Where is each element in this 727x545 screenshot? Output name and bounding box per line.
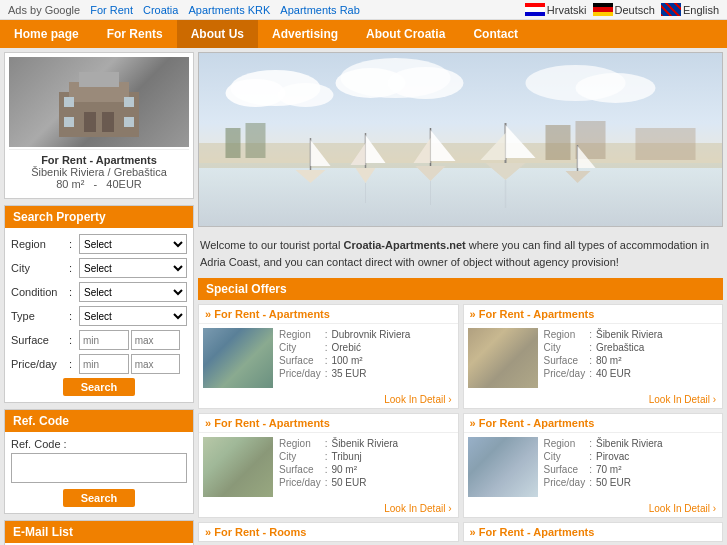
offer-1-surface: Surface : 100 m² <box>277 354 412 367</box>
offer-1-price: Price/day : 35 EUR <box>277 367 412 380</box>
offer-3-link[interactable]: Look In Detail <box>199 501 458 517</box>
offer-2-type: For Rent - Apartments <box>464 305 723 324</box>
svg-rect-6 <box>124 97 134 107</box>
svg-rect-21 <box>246 123 266 158</box>
ads-link-croatia[interactable]: Croatia <box>143 4 178 16</box>
offer-1-region: Region : Dubrovnik Riviera <box>277 328 412 341</box>
svg-point-12 <box>226 79 286 107</box>
search-city-row: City : Select <box>11 258 187 278</box>
nav-advertising[interactable]: Advertising <box>258 20 352 48</box>
search-type-row: Type : Select <box>11 306 187 326</box>
ref-code-box: Ref. Code Ref. Code : Search <box>4 409 194 514</box>
lang-hr-label: Hrvatski <box>547 4 587 16</box>
lang-de[interactable]: Deutsch <box>593 3 655 16</box>
svg-rect-7 <box>64 117 74 127</box>
price-min-input[interactable] <box>79 354 129 374</box>
ads-label: Ads by Google <box>8 4 80 16</box>
main-content: For Rent - Apartments Šibenik Riviera / … <box>0 48 727 545</box>
nav-home[interactable]: Home page <box>0 20 93 48</box>
surface-label: Surface <box>11 334 69 346</box>
condition-select[interactable]: Select <box>79 282 187 302</box>
price-range <box>79 354 187 374</box>
lang-hr[interactable]: Hrvatski <box>525 3 587 16</box>
flag-en-icon <box>661 3 681 16</box>
welcome-before: Welcome to our tourist portal <box>200 239 343 251</box>
property-title: For Rent - Apartments <box>11 154 187 166</box>
offers-grid: For Rent - Apartments Region : Dubrovnik… <box>198 304 723 518</box>
offer-2-region: Region : Šibenik Riviera <box>542 328 665 341</box>
svg-rect-22 <box>546 125 571 160</box>
surface-range <box>79 330 187 350</box>
offer-1-link[interactable]: Look In Detail <box>199 392 458 408</box>
ref-form: Ref. Code : Search <box>5 432 193 513</box>
offer-3-city: City : Tribunj <box>277 450 400 463</box>
price-label: Price/day <box>11 358 69 370</box>
sidebar: For Rent - Apartments Šibenik Riviera / … <box>4 52 194 545</box>
lang-en[interactable]: English <box>661 3 719 16</box>
offer-3-body: Region : Šibenik Riviera City : Tribunj <box>199 433 458 501</box>
property-location: Šibenik Riviera / Grebaštica <box>11 166 187 178</box>
right-content: Welcome to our tourist portal Croatia-Ap… <box>194 52 723 545</box>
offer-2-body: Region : Šibenik Riviera City : Grebašti… <box>464 324 723 392</box>
nav-about-us[interactable]: About Us <box>177 20 258 48</box>
hero-image <box>198 52 723 227</box>
svg-rect-8 <box>124 117 134 127</box>
special-offers-title: Special Offers <box>198 278 723 300</box>
ref-search-button[interactable]: Search <box>63 489 136 507</box>
ref-code-title: Ref. Code <box>5 410 193 432</box>
region-label: Region <box>11 238 69 250</box>
building-illustration <box>49 62 149 142</box>
nav-contact[interactable]: Contact <box>459 20 532 48</box>
svg-rect-2 <box>79 72 119 87</box>
offer-2-details: Region : Šibenik Riviera City : Grebašti… <box>542 328 665 388</box>
ref-input[interactable] <box>11 453 187 483</box>
offer-4-type: For Rent - Apartments <box>464 414 723 433</box>
nav-about-croatia[interactable]: About Croatia <box>352 20 459 48</box>
welcome-text: Welcome to our tourist portal Croatia-Ap… <box>198 233 723 278</box>
offer-3-surface: Surface : 90 m² <box>277 463 400 476</box>
city-select[interactable]: Select <box>79 258 187 278</box>
flag-de-icon <box>593 3 613 16</box>
offer-1-city: City : Orebić <box>277 341 412 354</box>
offer-card-1: For Rent - Apartments Region : Dubrovnik… <box>198 304 459 409</box>
more-offer-left: For Rent - Rooms <box>198 522 459 542</box>
offer-4-surface: Surface : 70 m² <box>542 463 665 476</box>
type-select[interactable]: Select <box>79 306 187 326</box>
surface-max-input[interactable] <box>131 330 181 350</box>
offer-3-image <box>203 437 273 497</box>
ads-link-rab[interactable]: Apartments Rab <box>280 4 359 16</box>
offer-1-type: For Rent - Apartments <box>199 305 458 324</box>
offer-4-link[interactable]: Look In Detail <box>464 501 723 517</box>
offer-3-details: Region : Šibenik Riviera City : Tribunj <box>277 437 400 497</box>
offer-card-3: For Rent - Apartments Region : Šibenik R… <box>198 413 459 518</box>
search-button-row: Search <box>11 378 187 396</box>
svg-rect-10 <box>199 163 722 227</box>
featured-property[interactable]: For Rent - Apartments Šibenik Riviera / … <box>4 52 194 199</box>
search-condition-row: Condition : Select <box>11 282 187 302</box>
offer-2-image <box>468 328 538 388</box>
property-image <box>9 57 189 147</box>
condition-label: Condition <box>11 286 69 298</box>
svg-point-13 <box>278 83 334 107</box>
offer-1-details: Region : Dubrovnik Riviera City : Orebić <box>277 328 412 388</box>
svg-rect-3 <box>84 112 96 132</box>
ads-link-for-rent[interactable]: For Rent <box>90 4 133 16</box>
email-list-title: E-Mail List <box>5 521 193 543</box>
more-offer-right: For Rent - Apartments <box>463 522 724 542</box>
offer-4-price: Price/day : 50 EUR <box>542 476 665 489</box>
nav-for-rents[interactable]: For Rents <box>93 20 177 48</box>
search-button[interactable]: Search <box>63 378 136 396</box>
price-max-input[interactable] <box>131 354 181 374</box>
ads-left: Ads by Google For Rent Croatia Apartment… <box>8 4 515 16</box>
svg-point-16 <box>388 67 464 99</box>
offer-4-body: Region : Šibenik Riviera City : Pirovac <box>464 433 723 501</box>
ads-link-krk[interactable]: Apartments KRK <box>188 4 270 16</box>
region-select[interactable]: Select <box>79 234 187 254</box>
surface-min-input[interactable] <box>79 330 129 350</box>
offer-2-link[interactable]: Look In Detail <box>464 392 723 408</box>
offer-card-2: For Rent - Apartments Region : Šibenik R… <box>463 304 724 409</box>
search-form: Region : Select City : Select <box>5 228 193 402</box>
email-list-box: E-Mail List Please subscribe for E-Mail … <box>4 520 194 545</box>
svg-rect-24 <box>636 128 696 160</box>
ref-search-btn-row: Search <box>11 489 187 507</box>
